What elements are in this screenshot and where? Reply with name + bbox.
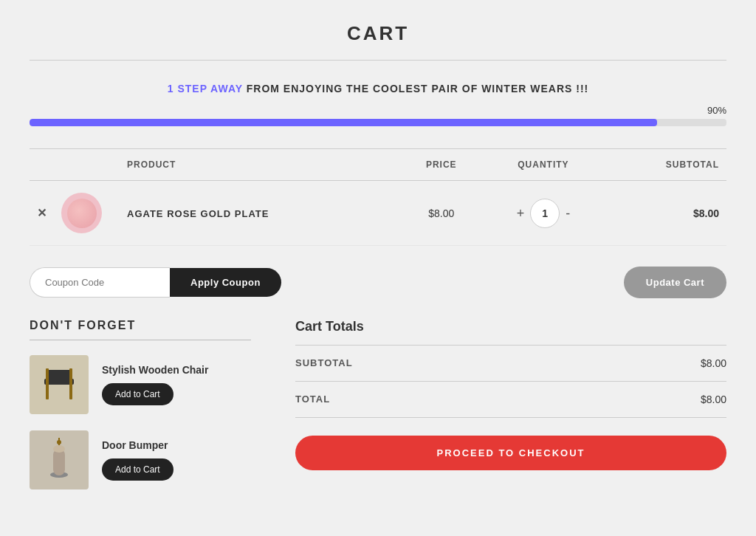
progress-bar-fill bbox=[30, 119, 657, 126]
svg-rect-1 bbox=[46, 370, 72, 380]
progress-container: 90% bbox=[30, 105, 726, 126]
proceed-to-checkout-button[interactable]: PROCEED TO CHECKOUT bbox=[295, 436, 726, 470]
page-title: CART bbox=[30, 22, 726, 61]
suggestion-info-bumper: Door Bumper Add to Cart bbox=[102, 439, 173, 481]
table-row: ✕ AGATE ROSE GOLD PLATE $8.00 + 1 bbox=[30, 181, 726, 246]
suggestion-info-chair: Stylish Wooden Chair Add to Cart bbox=[102, 364, 208, 405]
subtotal-row: SUBTOTAL $8.00 bbox=[295, 346, 726, 382]
col-price-header: PRICE bbox=[401, 149, 483, 181]
promo-highlight: 1 STEP AWAY bbox=[168, 83, 243, 95]
apply-coupon-button[interactable]: Apply Coupon bbox=[170, 268, 281, 297]
svg-rect-2 bbox=[46, 385, 49, 399]
col-quantity-header: QUANTITY bbox=[482, 149, 605, 181]
quantity-increase-button[interactable]: + bbox=[517, 207, 525, 220]
add-to-cart-bumper-button[interactable]: Add to Cart bbox=[102, 458, 173, 481]
svg-rect-4 bbox=[46, 368, 49, 386]
cart-table: PRODUCT PRICE QUANTITY SUBTOTAL ✕ AGATE … bbox=[30, 148, 726, 246]
svg-rect-7 bbox=[53, 449, 65, 475]
suggestion-item-chair: Stylish Wooden Chair Add to Cart bbox=[30, 355, 251, 414]
dont-forget-heading: DON'T FORGET bbox=[30, 319, 251, 332]
dont-forget-section: DON'T FORGET bbox=[30, 319, 251, 506]
product-price: $8.00 bbox=[428, 207, 454, 219]
quantity-decrease-button[interactable]: - bbox=[566, 207, 570, 220]
coupon-input[interactable] bbox=[30, 267, 170, 298]
svg-point-10 bbox=[57, 440, 61, 444]
suggestion-item-bumper: Door Bumper Add to Cart bbox=[30, 430, 251, 489]
quantity-value: 1 bbox=[530, 199, 560, 228]
total-label: TOTAL bbox=[295, 394, 330, 405]
product-image bbox=[61, 193, 102, 233]
product-subtotal: $8.00 bbox=[693, 207, 719, 219]
progress-label: 90% bbox=[30, 105, 726, 116]
cart-totals-heading: Cart Totals bbox=[295, 319, 726, 334]
chair-icon bbox=[37, 363, 81, 407]
bumper-icon bbox=[37, 438, 81, 482]
promo-text: FROM ENJOYING THE COOLEST PAIR OF WINTER… bbox=[243, 83, 588, 95]
suggestion-image-chair bbox=[30, 355, 89, 414]
suggestion-image-bumper bbox=[30, 430, 89, 489]
suggestion-name-chair: Stylish Wooden Chair bbox=[102, 364, 208, 376]
svg-point-8 bbox=[53, 445, 65, 453]
progress-bar-background bbox=[30, 119, 726, 126]
remove-item-button[interactable]: ✕ bbox=[37, 206, 47, 220]
quantity-controls: + 1 - bbox=[489, 199, 597, 228]
col-product-header: PRODUCT bbox=[120, 149, 401, 181]
promo-banner: 1 STEP AWAY FROM ENJOYING THE COOLEST PA… bbox=[30, 83, 726, 95]
product-name: AGATE ROSE GOLD PLATE bbox=[127, 208, 269, 219]
col-image bbox=[54, 149, 120, 181]
col-subtotal-header: SUBTOTAL bbox=[605, 149, 726, 181]
col-remove bbox=[30, 149, 54, 181]
suggestion-name-bumper: Door Bumper bbox=[102, 439, 173, 451]
totals-table: SUBTOTAL $8.00 TOTAL $8.00 bbox=[295, 345, 726, 418]
svg-rect-5 bbox=[69, 368, 72, 386]
plate-circle-icon bbox=[67, 199, 97, 228]
add-to-cart-chair-button[interactable]: Add to Cart bbox=[102, 383, 173, 405]
bottom-section: DON'T FORGET bbox=[30, 319, 726, 506]
cart-totals-section: Cart Totals SUBTOTAL $8.00 TOTAL $8.00 P… bbox=[295, 319, 726, 506]
dont-forget-divider bbox=[30, 340, 251, 340]
coupon-left: Apply Coupon bbox=[30, 267, 281, 298]
subtotal-value: $8.00 bbox=[701, 357, 726, 369]
total-row: TOTAL $8.00 bbox=[295, 382, 726, 418]
total-value: $8.00 bbox=[701, 394, 726, 405]
subtotal-label: SUBTOTAL bbox=[295, 357, 353, 369]
svg-rect-3 bbox=[69, 385, 72, 399]
coupon-row: Apply Coupon Update Cart bbox=[30, 267, 726, 298]
update-cart-button[interactable]: Update Cart bbox=[624, 267, 726, 298]
